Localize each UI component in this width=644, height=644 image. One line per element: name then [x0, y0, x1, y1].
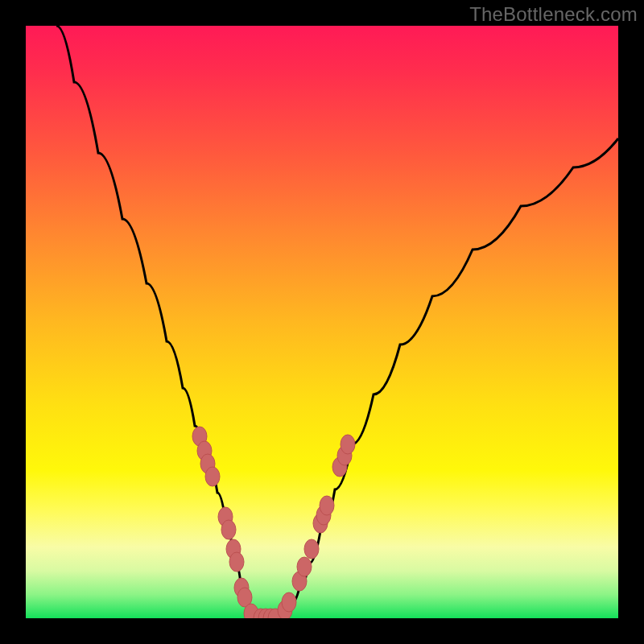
data-dot: [282, 592, 296, 612]
data-dot: [341, 435, 355, 454]
dot-cluster-right: [278, 435, 355, 618]
watermark-text: TheBottleneck.com: [469, 3, 638, 26]
data-dot: [205, 467, 220, 486]
data-dot: [320, 496, 334, 515]
plot-area: [26, 26, 618, 618]
curve-overlay: [26, 26, 618, 618]
dot-cluster-left: [192, 427, 283, 618]
data-dot: [221, 520, 236, 539]
data-dot: [304, 539, 319, 559]
data-dot: [229, 552, 244, 572]
data-dot: [297, 557, 312, 576]
chart-root: TheBottleneck.com: [0, 0, 644, 644]
